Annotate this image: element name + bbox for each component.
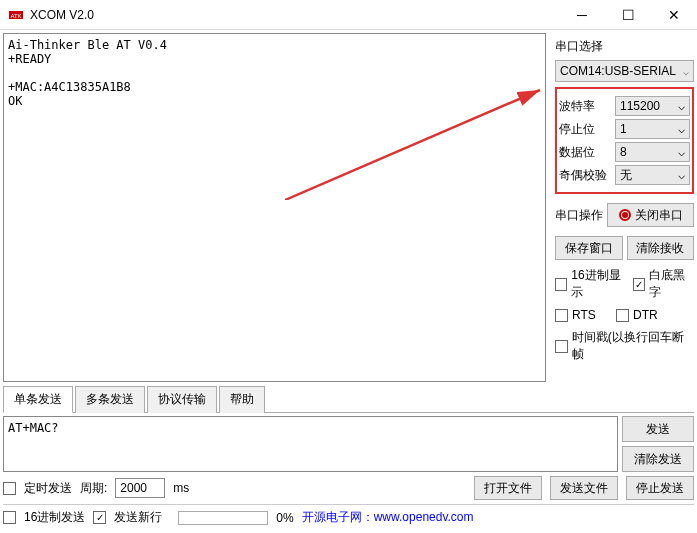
clear-send-button[interactable]: 清除发送 xyxy=(622,446,694,472)
progress-percent: 0% xyxy=(276,511,293,525)
rts-checkbox[interactable] xyxy=(555,309,568,322)
maximize-button[interactable]: ☐ xyxy=(605,0,651,30)
white-black-checkbox[interactable]: ✓ xyxy=(633,278,645,291)
period-unit: ms xyxy=(173,481,189,495)
chevron-down-icon: ⌵ xyxy=(678,122,685,136)
parity-select[interactable]: 无⌵ xyxy=(615,165,690,185)
chevron-down-icon: ⌵ xyxy=(683,66,689,77)
titlebar: ATK XCOM V2.0 ─ ☐ ✕ xyxy=(0,0,697,30)
close-button[interactable]: ✕ xyxy=(651,0,697,30)
hex-send-label: 16进制发送 xyxy=(24,509,85,526)
data-label: 数据位 xyxy=(559,144,611,161)
window-title: XCOM V2.0 xyxy=(30,8,559,22)
white-black-label: 白底黑字 xyxy=(649,267,694,301)
timestamp-checkbox[interactable] xyxy=(555,340,568,353)
minimize-button[interactable]: ─ xyxy=(559,0,605,30)
open-file-button[interactable]: 打开文件 xyxy=(474,476,542,500)
output-console[interactable]: Ai-Thinker Ble AT V0.4 +READY +MAC:A4C13… xyxy=(3,33,546,382)
tab-help[interactable]: 帮助 xyxy=(219,386,265,413)
clear-recv-button[interactable]: 清除接收 xyxy=(627,236,695,260)
tab-multi[interactable]: 多条发送 xyxy=(75,386,145,413)
timed-send-checkbox[interactable] xyxy=(3,482,16,495)
timestamp-label: 时间戳(以换行回车断帧 xyxy=(572,329,694,363)
send-newline-checkbox[interactable]: ✓ xyxy=(93,511,106,524)
chevron-down-icon: ⌵ xyxy=(678,145,685,159)
app-logo-icon: ATK xyxy=(8,7,24,23)
send-tabs: 单条发送 多条发送 协议传输 帮助 xyxy=(3,385,694,413)
close-port-button[interactable]: 关闭串口 xyxy=(607,203,694,227)
baud-label: 波特率 xyxy=(559,98,611,115)
website-link[interactable]: 开源电子网：www.openedv.com xyxy=(302,509,474,526)
svg-text:ATK: ATK xyxy=(10,13,21,19)
send-newline-label: 发送新行 xyxy=(114,509,162,526)
hex-display-label: 16进制显示 xyxy=(571,267,628,301)
stop-send-button[interactable]: 停止发送 xyxy=(626,476,694,500)
parity-label: 奇偶校验 xyxy=(559,167,611,184)
stop-label: 停止位 xyxy=(559,121,611,138)
period-input[interactable] xyxy=(115,478,165,498)
chevron-down-icon: ⌵ xyxy=(678,99,685,113)
rts-label: RTS xyxy=(572,308,612,322)
baud-select[interactable]: 115200⌵ xyxy=(615,96,690,116)
hex-send-checkbox[interactable] xyxy=(3,511,16,524)
send-button[interactable]: 发送 xyxy=(622,416,694,442)
serial-config-box: 波特率 115200⌵ 停止位 1⌵ 数据位 8⌵ 奇偶校验 无⌵ xyxy=(555,87,694,194)
sidebar: 串口选择 COM14:USB-SERIAL ⌵ 波特率 115200⌵ 停止位 … xyxy=(549,30,697,385)
port-select[interactable]: COM14:USB-SERIAL ⌵ xyxy=(555,60,694,82)
dtr-checkbox[interactable] xyxy=(616,309,629,322)
tab-protocol[interactable]: 协议传输 xyxy=(147,386,217,413)
send-input[interactable] xyxy=(3,416,618,472)
save-window-button[interactable]: 保存窗口 xyxy=(555,236,623,260)
progress-bar xyxy=(178,511,268,525)
stop-select[interactable]: 1⌵ xyxy=(615,119,690,139)
send-file-button[interactable]: 发送文件 xyxy=(550,476,618,500)
period-label: 周期: xyxy=(80,480,107,497)
data-select[interactable]: 8⌵ xyxy=(615,142,690,162)
port-op-label: 串口操作 xyxy=(555,207,603,224)
tab-single[interactable]: 单条发送 xyxy=(3,386,73,413)
dtr-label: DTR xyxy=(633,308,658,322)
chevron-down-icon: ⌵ xyxy=(678,168,685,182)
port-value: COM14:USB-SERIAL xyxy=(560,64,676,78)
port-section-label: 串口选择 xyxy=(555,36,694,57)
record-icon xyxy=(619,209,631,221)
timed-send-label: 定时发送 xyxy=(24,480,72,497)
hex-display-checkbox[interactable] xyxy=(555,278,567,291)
